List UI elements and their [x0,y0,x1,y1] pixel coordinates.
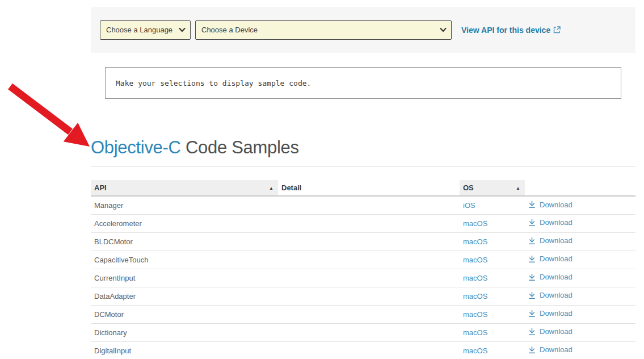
column-header-api[interactable]: API ▲ [91,180,278,196]
os-cell: macOS [460,232,525,251]
api-cell: CapacitiveTouch [91,251,278,269]
os-link[interactable]: macOS [463,347,487,355]
download-cell: Download [525,232,635,251]
os-cell: iOS [460,196,525,214]
os-cell: macOS [460,251,525,269]
download-link[interactable]: Download [528,254,573,263]
download-icon [528,237,536,245]
page-content: Choose a Language Choose a Device View A… [91,7,635,359]
download-icon [528,201,536,208]
download-icon [528,346,536,354]
device-select-wrap: Choose a Device [195,20,452,40]
os-link[interactable]: macOS [463,328,487,337]
api-cell: Accelerometer [91,214,278,232]
detail-cell [278,196,460,214]
download-link[interactable]: Download [528,201,573,209]
download-label: Download [540,273,573,281]
detail-cell [278,305,460,323]
external-link-icon [553,26,561,34]
column-header-os-label: OS [463,183,474,192]
download-cell: Download [525,341,635,359]
os-link[interactable]: macOS [463,237,487,246]
table-row: CurrentInput macOS Download [91,269,635,287]
table-row: DigitalInput macOS Download [91,341,635,359]
download-label: Download [540,254,573,263]
os-cell: macOS [460,214,525,232]
download-cell: Download [525,305,635,323]
download-link[interactable]: Download [528,273,573,281]
detail-cell [278,251,460,269]
code-samples-table: API ▲ Detail OS ▲ Manager iOS [91,180,635,359]
os-link[interactable]: macOS [463,274,487,282]
column-header-download [525,180,635,196]
os-cell: macOS [460,341,525,359]
page-title-suffix: Code Samples [181,137,299,157]
table-row: Dictionary macOS Download [91,323,635,341]
language-select-wrap: Choose a Language [100,20,191,40]
column-header-os[interactable]: OS ▲ [460,180,525,196]
table-body: Manager iOS Download Accelerometer macOS [91,196,635,359]
download-cell: Download [525,287,635,305]
table-row: Manager iOS Download [91,196,635,214]
os-link[interactable]: macOS [463,310,487,319]
download-label: Download [540,327,573,336]
api-cell: DataAdapter [91,287,278,305]
notice-message: Make your selections to display sample c… [116,79,311,87]
download-link[interactable]: Download [528,345,573,354]
download-label: Download [540,218,573,227]
api-cell: BLDCMotor [91,232,278,251]
download-link[interactable]: Download [528,309,573,318]
download-cell: Download [525,269,635,287]
api-cell: CurrentInput [91,269,278,287]
api-cell: Manager [91,196,278,214]
download-cell: Download [525,323,635,341]
os-cell: macOS [460,305,525,323]
table-row: BLDCMotor macOS Download [91,232,635,251]
os-link[interactable]: iOS [463,201,475,210]
view-api-label: View API for this device [461,26,550,35]
page-title-language: Objective-C [91,137,181,157]
detail-cell [278,323,460,341]
download-cell: Download [525,251,635,269]
notice-box: Make your selections to display sample c… [105,67,621,99]
column-header-api-label: API [94,183,107,192]
download-link[interactable]: Download [528,327,573,336]
os-cell: macOS [460,269,525,287]
api-cell: Dictionary [91,323,278,341]
download-link[interactable]: Download [528,236,573,245]
download-cell: Download [525,196,635,214]
os-cell: macOS [460,287,525,305]
download-icon [528,219,536,227]
os-link[interactable]: macOS [463,219,487,228]
view-api-link[interactable]: View API for this device [461,26,561,35]
device-select[interactable]: Choose a Device [195,20,452,40]
os-link[interactable]: macOS [463,292,487,300]
os-link[interactable]: macOS [463,256,487,264]
download-icon [528,310,536,318]
table-row: DCMotor macOS Download [91,305,635,323]
api-cell: DCMotor [91,305,278,323]
selector-toolbar: Choose a Language Choose a Device View A… [91,7,635,53]
download-cell: Download [525,214,635,232]
column-header-detail-label: Detail [281,183,301,192]
page-title: Objective-C Code Samples [91,137,635,158]
language-select[interactable]: Choose a Language [100,20,191,40]
detail-cell [278,287,460,305]
detail-cell [278,269,460,287]
download-icon [528,273,536,281]
download-label: Download [540,291,573,299]
download-label: Download [540,201,573,209]
red-annotation-arrow [3,80,97,153]
download-icon [528,328,536,336]
download-link[interactable]: Download [528,218,573,227]
column-header-detail[interactable]: Detail [278,180,460,196]
detail-cell [278,214,460,232]
download-label: Download [540,309,573,318]
sort-asc-icon: ▲ [516,186,520,191]
download-label: Download [540,236,573,245]
api-cell: DigitalInput [91,341,278,359]
download-link[interactable]: Download [528,291,573,299]
download-icon [528,291,536,299]
table-header-row: API ▲ Detail OS ▲ [91,180,635,196]
table-row: CapacitiveTouch macOS Download [91,251,635,269]
